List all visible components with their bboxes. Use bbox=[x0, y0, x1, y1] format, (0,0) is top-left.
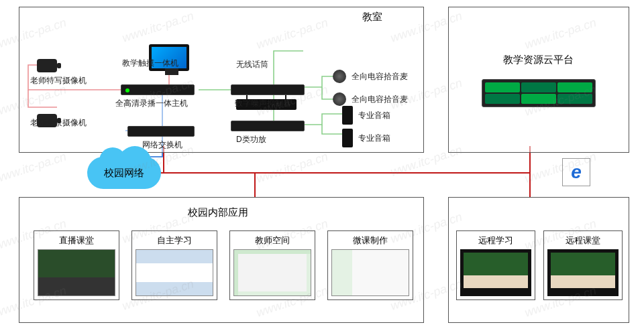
app-teacher-space-thumb bbox=[233, 249, 311, 296]
speaker-2-icon bbox=[342, 129, 353, 147]
speaker-1-icon bbox=[342, 106, 353, 125]
camera-panorama-label: 老师全景摄像机 bbox=[30, 117, 87, 129]
omni-mic-2-icon bbox=[333, 92, 346, 106]
app-remote-classroom-label: 远程课堂 bbox=[547, 234, 619, 247]
campus-network-cloud: 校园网络 bbox=[87, 157, 161, 189]
recorder-host-icon bbox=[121, 84, 195, 95]
wireless-mic-label: 无线话筒 bbox=[236, 59, 268, 70]
cloud-server-icon bbox=[482, 79, 596, 107]
class-d-amp-icon bbox=[231, 121, 305, 131]
omni-mic-1-icon bbox=[333, 70, 346, 83]
app-microlecture: 微课制作 bbox=[327, 230, 413, 300]
app-self-study-thumb bbox=[136, 249, 213, 296]
app-self-study-label: 自主学习 bbox=[136, 234, 213, 247]
internal-apps-title: 校园内部应用 bbox=[188, 206, 248, 219]
app-remote-study: 远程学习 bbox=[456, 230, 535, 300]
speaker-1-label: 专业音箱 bbox=[358, 110, 390, 121]
campus-network-label: 校园网络 bbox=[104, 167, 144, 180]
omni-mic-1-label: 全向电容拾音麦 bbox=[352, 71, 408, 82]
app-remote-study-label: 远程学习 bbox=[460, 234, 531, 247]
omni-mic-2-label: 全向电容拾音麦 bbox=[352, 94, 408, 105]
internet-explorer-icon: e bbox=[562, 158, 590, 186]
speaker-2-label: 专业音箱 bbox=[358, 133, 390, 144]
noise-suppressor-label: 数字噪声抑制器 bbox=[235, 98, 291, 109]
classroom-title: 教室 bbox=[362, 11, 382, 23]
app-remote-study-thumb bbox=[460, 249, 531, 296]
app-live-classroom-thumb bbox=[38, 249, 115, 296]
camera-closeup-label: 老师特写摄像机 bbox=[30, 75, 87, 86]
touch-display-label: 教学触摸一体机 bbox=[122, 58, 178, 69]
app-microlecture-label: 微课制作 bbox=[331, 234, 409, 247]
app-remote-classroom-thumb bbox=[547, 249, 619, 296]
network-switch-label: 网络交换机 bbox=[142, 139, 182, 151]
app-self-study: 自主学习 bbox=[131, 230, 217, 300]
app-live-classroom-label: 直播课堂 bbox=[38, 234, 115, 247]
app-live-classroom: 直播课堂 bbox=[34, 230, 119, 300]
cloud-platform-title: 教学资源云平台 bbox=[503, 54, 574, 66]
app-teacher-space-label: 教师空间 bbox=[233, 234, 311, 247]
camera-closeup-icon bbox=[37, 59, 57, 72]
app-microlecture-thumb bbox=[331, 249, 409, 296]
noise-suppressor-icon bbox=[231, 84, 305, 95]
class-d-amp-label: D类功放 bbox=[236, 134, 266, 145]
app-remote-classroom: 远程课堂 bbox=[543, 230, 623, 300]
network-switch-icon bbox=[127, 126, 195, 137]
recorder-host-label: 全高清录播一体主机 bbox=[115, 98, 188, 109]
app-teacher-space: 教师空间 bbox=[229, 230, 315, 300]
